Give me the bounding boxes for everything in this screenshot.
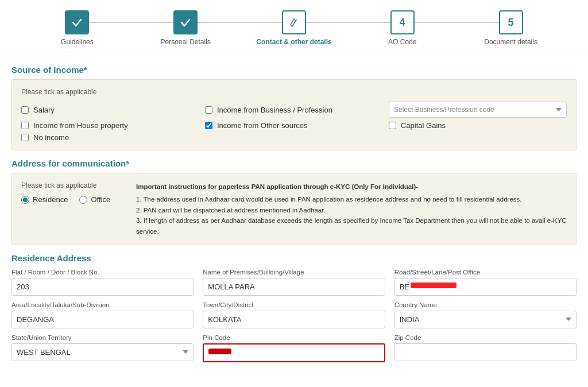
zip-code-label: Zip Code [394,334,577,341]
step-ao-code[interactable]: 4AO Code [348,10,457,46]
no-income-label: No income [33,133,69,142]
step-guidelines[interactable]: Guidelines [23,10,131,46]
office-radio-item[interactable]: Office [79,195,110,204]
pin-code-label: Pin Code [203,334,385,341]
residence-radio-label: Residence [33,195,68,204]
premises-group: Name of Premises/Building/Village [203,269,385,296]
house-property-label: Income from House property [33,121,128,130]
business-dropdown-cell: Select Business/Profession code [389,102,567,118]
capital-gains-checkbox[interactable] [389,122,396,129]
step-document-details[interactable]: 5Document details [457,10,565,46]
residence-address-form: Flat / Room / Door / Block No. Name of P… [11,269,577,362]
address-instructions: Important instructions for paperless PAN… [136,181,567,237]
instruction-1: 1. The address used in Aadhaar card woul… [136,194,567,204]
main-content: Source of Income* Please tick as applica… [0,52,588,368]
residence-radio-item[interactable]: Residence [21,195,68,204]
step-contact-other[interactable]: Contact & other details [240,10,349,46]
capital-gains-cell: Capital Gains [389,121,567,130]
country-group: Country Name INDIA [394,301,577,328]
town-group: Town/City/District [203,301,385,328]
income-grid: Salary Income from Business / Profession… [21,102,567,142]
zip-code-input[interactable] [394,343,577,361]
office-radio[interactable] [79,196,87,204]
country-select[interactable]: INDIA [394,311,577,328]
other-sources-cell: Income from Other sources [205,121,383,130]
instructions-title: Important instructions for paperless PAN… [136,181,567,192]
business-cell: Income from Business / Profession [205,102,383,118]
business-label: Income from Business / Profession [217,106,332,114]
state-group: State/Union Territory WEST BENGAL [11,334,194,362]
area-label: Area/Locality/Taluka/Sub-Division [11,301,194,308]
address-for-communication-title: Address for communication* [11,158,577,168]
salary-checkbox[interactable] [21,106,29,114]
premises-input[interactable] [203,278,385,296]
flat-no-input[interactable] [11,278,194,296]
source-of-income-panel: Please tick as applicable Salary Income … [11,79,577,150]
source-of-income-title: Source of Income* [11,65,577,75]
instruction-2: 2. PAN card will be dispatched at addres… [136,205,567,215]
business-checkbox[interactable] [205,106,212,114]
flat-no-group: Flat / Room / Door / Block No. [11,269,194,296]
house-property-checkbox[interactable] [21,122,29,129]
step-circle-contact-other [282,10,306,34]
capital-gains-label: Capital Gains [401,121,446,130]
state-select[interactable]: WEST BENGAL [11,343,194,361]
step-label-personal-details: Personal Details [161,38,211,46]
step-personal-details[interactable]: Personal Details [131,10,240,46]
address-left: Please tick as applicable Residence Offi… [21,181,125,237]
address-communication-panel: Please tick as applicable Residence Offi… [11,173,577,245]
stepper: GuidelinesPersonal DetailsContact & othe… [0,0,588,52]
step-label-ao-code: AO Code [388,38,416,46]
salary-cell: Salary [21,102,199,118]
road-redacted-bar [411,282,457,288]
zip-code-group: Zip Code [394,334,577,362]
no-income-checkbox[interactable] [21,134,29,141]
house-property-cell: Income from House property [21,121,199,130]
pin-error-bar [208,349,231,354]
source-panel-label: Please tick as applicable [21,88,567,96]
other-sources-checkbox[interactable] [205,122,212,129]
step-label-document-details: Document details [484,38,537,46]
other-sources-label: Income from Other sources [217,121,308,130]
step-circle-guidelines [65,10,89,34]
step-circle-document-details: 5 [499,10,523,34]
country-label: Country Name [394,301,577,308]
instruction-3: 3. If length of address as per Aadhaar d… [136,215,567,237]
step-label-guidelines: Guidelines [61,38,94,46]
residence-radio[interactable] [21,196,29,204]
step-circle-personal-details [173,10,198,34]
premises-label: Name of Premises/Building/Village [203,269,385,276]
office-radio-label: Office [91,195,110,204]
town-input[interactable] [203,311,385,328]
address-radio-group: Residence Office [21,195,125,204]
area-group: Area/Locality/Taluka/Sub-Division [11,301,194,328]
salary-label: Salary [33,106,55,114]
road-label: Road/Street/Lane/Post Office [394,269,577,276]
area-input[interactable] [11,311,194,328]
flat-no-label: Flat / Room / Door / Block No. [11,269,194,276]
business-profession-select[interactable]: Select Business/Profession code [389,102,567,118]
no-income-cell: No income [21,133,199,142]
town-label: Town/City/District [203,301,385,308]
address-panel-label: Please tick as applicable [21,181,125,189]
step-label-contact-other: Contact & other details [256,38,331,46]
pin-code-group: Pin Code [203,334,385,362]
step-circle-ao-code: 4 [390,10,415,34]
residence-address-title: Residence Address [11,253,577,263]
state-label: State/Union Territory [11,334,194,341]
road-group: Road/Street/Lane/Post Office [394,269,577,296]
